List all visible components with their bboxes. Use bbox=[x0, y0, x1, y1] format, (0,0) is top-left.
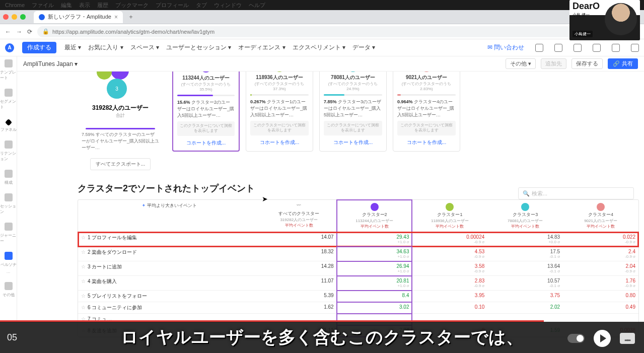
create-button[interactable]: 作成する bbox=[22, 42, 56, 53]
table-search-input[interactable]: 🔍 検索... bbox=[518, 187, 634, 199]
value-cell: 11.07 bbox=[261, 276, 337, 291]
window-controls[interactable] bbox=[3, 14, 26, 20]
star-icon[interactable]: ☆ bbox=[81, 264, 86, 269]
mac-menu-item[interactable]: ヘルプ bbox=[249, 2, 265, 9]
star-icon[interactable]: ☆ bbox=[81, 235, 86, 240]
nav-item[interactable]: エクスペリメント ▾ bbox=[293, 44, 345, 51]
mac-menu-item[interactable]: ファイル bbox=[32, 2, 54, 9]
star-icon[interactable]: ☆ bbox=[81, 305, 86, 310]
project-selector[interactable]: AmpliTunes Japan ▾ bbox=[23, 60, 78, 67]
nav-item[interactable]: お気に入り ▾ bbox=[88, 44, 123, 51]
cluster-pct-text: 7.85% クラスター3のユーザーはロイヤルユーザー_購入5回以上ユーザー… bbox=[324, 99, 382, 118]
value-cell: 1.76-0.9 σ bbox=[563, 276, 638, 291]
sidebar-templates-icon[interactable] bbox=[5, 59, 13, 67]
table-row[interactable]: ☆3 カートに追加 14.2826.94+1.0 σ3.58-0.9 σ13.6… bbox=[78, 261, 638, 276]
export-all-button[interactable]: すべてエクスポート... bbox=[90, 158, 151, 170]
expand-icon[interactable]: + bbox=[142, 203, 145, 208]
create-cohort-link[interactable]: コホートを作成... bbox=[324, 138, 382, 147]
minimize-window-icon[interactable] bbox=[12, 14, 17, 20]
browser-tab[interactable]: 新しいグラフ・Amplitude × bbox=[34, 11, 123, 23]
inquiry-link[interactable]: ✉ 問い合わせ bbox=[487, 43, 524, 52]
col-cluster[interactable]: クラスター378081人のユーザー平均イベント数 bbox=[487, 200, 563, 232]
mac-menu-item[interactable]: Chrome bbox=[5, 2, 25, 8]
sidebar-funnel-icon[interactable] bbox=[5, 119, 12, 126]
toolbar-icon-5[interactable] bbox=[612, 44, 620, 52]
reload-icon[interactable]: ⟳ bbox=[27, 28, 32, 35]
add-to-button[interactable]: 追加先 bbox=[541, 58, 566, 69]
mac-menu-item[interactable]: ブックマーク bbox=[115, 2, 149, 9]
pip-brand: DearO bbox=[573, 1, 600, 12]
nav-item[interactable]: ユーザーとセッション ▾ bbox=[166, 44, 231, 51]
cluster-insight-note[interactable]: このクラスターについて洞察を表示します bbox=[177, 121, 235, 136]
total-sub: 合計 bbox=[78, 112, 163, 119]
cluster-card[interactable]: 78081人のユーザー (すべてのクラスターのうち24.5%) 7.85% クラ… bbox=[319, 72, 387, 152]
star-icon[interactable]: ☆ bbox=[81, 293, 86, 299]
table-row[interactable]: ☆6 コミューニティに参加 1.623.020.102.020.49 bbox=[78, 302, 638, 314]
nav-item[interactable]: スペース ▾ bbox=[130, 44, 159, 51]
star-icon[interactable]: ☆ bbox=[81, 278, 86, 284]
col-cluster[interactable]: 〰 すべてのクラスター319282人のユーザー平均イベント数 bbox=[261, 200, 337, 232]
url-text: https://app.amplitude.com/analytics/gtm-… bbox=[52, 29, 214, 35]
toolbar-icon-2[interactable] bbox=[554, 44, 562, 52]
value-cell: 3.75 bbox=[487, 291, 563, 302]
nav-item[interactable]: 最近 ▾ bbox=[64, 44, 81, 51]
amplitude-logo-icon[interactable]: A bbox=[5, 43, 14, 52]
table-row[interactable]: ☆4 楽曲を購入 11.0720.81+1.0 σ2.83-0.9 σ10.57… bbox=[78, 276, 638, 291]
cluster-card[interactable]: 9021人のユーザー (すべてのクラスターのうち2.83%) 0.964% クラ… bbox=[393, 72, 460, 152]
share-button[interactable]: 🔗 共有 bbox=[608, 58, 638, 69]
sidebar-journeys-icon[interactable] bbox=[5, 223, 13, 231]
mac-menu-item[interactable]: タブ bbox=[196, 2, 207, 9]
captions-button[interactable]: ▂▂ bbox=[620, 333, 635, 344]
event-name-cell: ☆6 コミューニティに参加 bbox=[78, 302, 261, 314]
sidebar-retention-icon[interactable] bbox=[5, 140, 13, 149]
col-cluster[interactable]: クラスター49021人のユーザー平均イベント数 bbox=[563, 200, 638, 232]
mac-menu-item[interactable]: 表示 bbox=[79, 2, 90, 9]
sidebar-personas-icon[interactable] bbox=[5, 252, 13, 260]
sidebar-segmentation-icon[interactable] bbox=[5, 89, 13, 97]
cluster-user-count: 113244人のユーザー bbox=[177, 75, 235, 82]
left-sidebar: テンプレート セグメント ファネル リテンション 構成 セッション ジャーニー … bbox=[0, 56, 17, 353]
zoom-window-icon[interactable] bbox=[20, 14, 26, 20]
mac-menu-item[interactable]: 編集 bbox=[61, 2, 72, 9]
create-cohort-link[interactable]: コホートを作成... bbox=[397, 138, 456, 147]
cluster-insight-note[interactable]: このクラスターについて洞察を表示します bbox=[324, 121, 382, 135]
sidebar-sessions-icon[interactable] bbox=[5, 193, 13, 201]
close-tab-icon[interactable]: × bbox=[114, 14, 118, 21]
back-icon[interactable]: ← bbox=[5, 28, 11, 35]
settings-icon[interactable] bbox=[631, 44, 639, 52]
nav-item[interactable]: オーディエンス ▾ bbox=[238, 44, 285, 51]
mac-menu-item[interactable]: プロフィール bbox=[156, 2, 189, 9]
create-cohort-link[interactable]: コホートを作成... bbox=[177, 138, 235, 148]
autoplay-toggle[interactable] bbox=[567, 334, 585, 343]
cluster-share: (すべてのクラスターのうち37.3%) bbox=[250, 81, 309, 91]
cluster-card[interactable]: 113244人のユーザー (すべてのクラスターのうち35.5%) 15.6% ク… bbox=[172, 72, 240, 152]
nav-item[interactable]: データ ▾ bbox=[352, 44, 375, 51]
cluster-insight-note[interactable]: このクラスターについて洞察を表示します bbox=[397, 121, 456, 135]
cluster-insight-note[interactable]: このクラスターについて洞察を表示します bbox=[250, 121, 309, 135]
cluster-card[interactable]: 118936人のユーザー (すべてのクラスターのうち37.3%) 0.267% … bbox=[246, 72, 313, 152]
col-cluster[interactable]: クラスター2113244人のユーザー平均イベント数 bbox=[337, 200, 412, 232]
forward-icon[interactable]: → bbox=[16, 28, 22, 35]
close-window-icon[interactable] bbox=[3, 14, 9, 20]
address-bar[interactable]: 🔒 https://app.amplitude.com/analytics/gt… bbox=[37, 26, 579, 37]
sidebar-more-icon[interactable] bbox=[5, 282, 13, 290]
table-row[interactable]: ☆1 プロフィールを編集 14.0729.43+1.0 σ0.00024-0.9… bbox=[78, 232, 638, 247]
save-button[interactable]: 保存する bbox=[571, 58, 603, 69]
video-timestamp: 05 bbox=[7, 332, 17, 343]
star-icon[interactable]: ☆ bbox=[81, 249, 86, 255]
other-menu[interactable]: その他 ▾ bbox=[506, 58, 536, 69]
mac-menu-item[interactable]: 履歴 bbox=[97, 2, 108, 9]
value-cell: 3.95 bbox=[412, 291, 487, 302]
create-cohort-link[interactable]: コホートを作成... bbox=[250, 138, 309, 147]
bubble-cluster3-icon[interactable]: 3 bbox=[107, 79, 127, 99]
play-button[interactable] bbox=[594, 330, 611, 347]
mac-menu-item[interactable]: ウィンドウ bbox=[214, 2, 242, 9]
table-row[interactable]: ☆5 プレイリストをフォロー 5.398.43.953.750.80 bbox=[78, 291, 638, 302]
toolbar-icon-4[interactable] bbox=[593, 44, 601, 52]
toolbar-icon-1[interactable] bbox=[535, 44, 543, 52]
toolbar-icon-3[interactable] bbox=[574, 44, 582, 52]
new-tab-button[interactable]: ＋ bbox=[126, 13, 136, 21]
table-row[interactable]: ☆2 楽曲をダウンロード 18.3234.63+1.0 σ4.53-0.9 σ1… bbox=[78, 247, 638, 261]
col-cluster[interactable]: クラスター1118936人のユーザー平均イベント数 bbox=[412, 200, 487, 232]
sidebar-composition-icon[interactable] bbox=[5, 170, 13, 178]
